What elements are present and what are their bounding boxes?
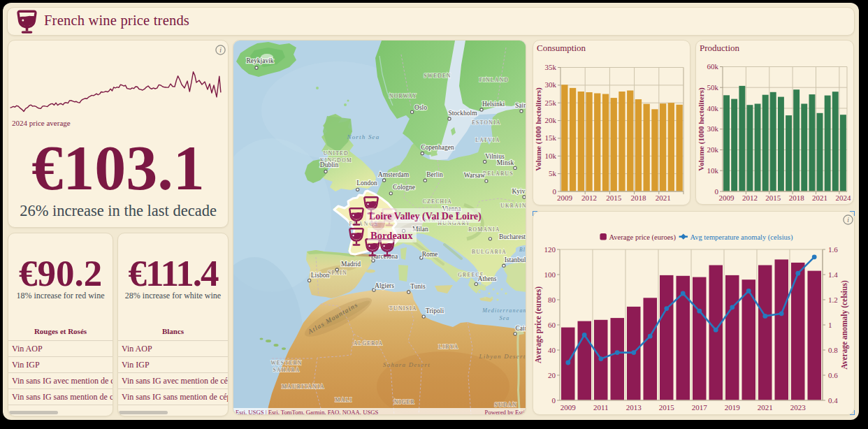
svg-text:TUNISIA: TUNISIA (389, 305, 417, 312)
svg-text:Esri, USGS | Esri, TomTom, Gar: Esri, USGS | Esri, TomTom, Garmin, FAO, … (236, 409, 379, 415)
svg-text:Average price (euroes): Average price (euroes) (534, 286, 543, 363)
svg-text:Barcelona: Barcelona (371, 253, 398, 260)
svg-text:Tunis: Tunis (410, 283, 426, 290)
svg-text:60k: 60k (707, 62, 719, 71)
svg-text:Berlin: Berlin (426, 171, 443, 178)
svg-text:Minsk: Minsk (497, 159, 514, 166)
svg-text:2009: 2009 (560, 403, 577, 412)
svg-text:i: i (847, 217, 849, 224)
svg-text:0: 0 (553, 187, 557, 196)
svg-text:2009: 2009 (557, 194, 573, 202)
svg-text:Loire Valley (Val De Loire): Loire Valley (Val De Loire) (369, 211, 482, 222)
svg-text:40: 40 (548, 346, 556, 354)
svg-text:CZECHIA: CZECHIA (423, 198, 452, 205)
svg-text:Bordeaux: Bordeaux (370, 230, 413, 241)
svg-text:Average price (euroes): Average price (euroes) (609, 233, 677, 242)
svg-text:Amsterdam: Amsterdam (378, 171, 410, 178)
svg-text:Bla: Bla (519, 247, 526, 253)
svg-text:120: 120 (544, 245, 556, 254)
svg-text:Madrid: Madrid (341, 261, 361, 268)
svg-text:15k: 15k (545, 133, 557, 142)
svg-text:Cologne: Cologne (393, 184, 415, 191)
svg-text:2012: 2012 (742, 194, 758, 202)
svg-text:30k: 30k (545, 80, 557, 89)
svg-text:Kyiv: Kyiv (512, 188, 526, 195)
svg-text:20k: 20k (545, 116, 557, 124)
svg-text:2023: 2023 (790, 403, 806, 412)
svg-text:10k: 10k (545, 152, 557, 160)
svg-text:ALGERIA: ALGERIA (354, 340, 384, 347)
svg-text:25k: 25k (545, 99, 557, 107)
svg-text:Athens: Athens (478, 275, 497, 282)
svg-text:Libyan Desert: Libyan Desert (479, 353, 526, 360)
svg-text:Copenhagen: Copenhagen (421, 144, 454, 151)
svg-text:40k: 40k (707, 104, 719, 112)
svg-text:MALI: MALI (335, 397, 353, 403)
svg-text:2015: 2015 (659, 403, 675, 412)
svg-text:NIGER: NIGER (394, 399, 415, 405)
svg-text:Volume (1000 hectoliters): Volume (1000 hectoliters) (534, 87, 543, 171)
svg-text:2017: 2017 (692, 403, 708, 412)
svg-text:0: 0 (715, 187, 719, 196)
svg-text:UNITED: UNITED (324, 150, 349, 157)
svg-text:LIBYA: LIBYA (438, 344, 458, 350)
svg-text:80: 80 (548, 296, 556, 304)
svg-text:60: 60 (548, 321, 556, 329)
svg-text:50k: 50k (707, 83, 719, 92)
svg-text:Lisbon: Lisbon (311, 272, 330, 279)
svg-text:Mediterranean: Mediterranean (482, 307, 526, 314)
svg-text:Powered by Esri: Powered by Esri (485, 409, 526, 415)
svg-text:WESTERN: WESTERN (270, 360, 302, 366)
svg-text:London: London (356, 180, 377, 187)
svg-text:5k: 5k (549, 169, 557, 177)
svg-text:1.6: 1.6 (828, 245, 838, 254)
svg-text:2013: 2013 (626, 403, 642, 412)
svg-text:0.8: 0.8 (828, 346, 838, 354)
svg-text:BULGARIA: BULGARIA (472, 249, 507, 255)
svg-text:2024: 2024 (835, 194, 851, 202)
svg-text:Sea: Sea (499, 315, 509, 321)
svg-text:North Sea: North Sea (346, 133, 379, 140)
svg-text:Oslo: Oslo (414, 104, 427, 111)
svg-text:2015: 2015 (765, 194, 781, 202)
svg-text:Reykjavik: Reykjavik (246, 57, 273, 64)
svg-text:ROMANIA: ROMANIA (468, 226, 500, 233)
svg-text:SAHARA: SAHARA (273, 367, 300, 373)
svg-text:10k: 10k (707, 166, 719, 175)
svg-text:2021: 2021 (656, 194, 671, 202)
svg-text:FINLAND: FINLAND (479, 77, 509, 83)
svg-text:0.6: 0.6 (828, 371, 838, 379)
svg-text:Bucharest: Bucharest (499, 233, 526, 240)
svg-text:2021: 2021 (812, 194, 827, 202)
svg-text:0.4: 0.4 (828, 396, 838, 405)
svg-text:2019: 2019 (725, 403, 741, 412)
svg-text:Istanbul: Istanbul (505, 256, 526, 263)
svg-text:2011: 2011 (593, 403, 609, 412)
svg-text:ESTONIA: ESTONIA (472, 119, 501, 126)
svg-text:Warsaw: Warsaw (464, 172, 485, 179)
svg-text:1.2: 1.2 (828, 296, 838, 304)
svg-text:2018: 2018 (631, 194, 647, 202)
svg-text:Saint P: Saint P (515, 102, 526, 109)
svg-text:2009: 2009 (719, 194, 735, 202)
svg-text:Tripoli: Tripoli (426, 307, 444, 314)
svg-text:20: 20 (548, 371, 556, 379)
svg-text:BELARUS: BELARUS (483, 170, 514, 177)
svg-text:Average anomaly (celsius): Average anomaly (celsius) (840, 280, 849, 370)
svg-text:Algiers: Algiers (375, 282, 394, 289)
svg-text:MAURITANIA: MAURITANIA (282, 384, 325, 390)
svg-text:100: 100 (544, 270, 556, 279)
svg-text:SWEDEN: SWEDEN (424, 73, 451, 79)
svg-text:LATVIA: LATVIA (475, 137, 500, 143)
svg-text:Cairo: Cairo (515, 325, 526, 332)
svg-text:NORWAY: NORWAY (389, 93, 417, 99)
svg-text:1: 1 (828, 321, 832, 329)
svg-text:Helsinki: Helsinki (482, 101, 505, 108)
svg-text:35k: 35k (545, 63, 557, 71)
svg-text:Rome: Rome (422, 251, 438, 258)
svg-text:20k: 20k (707, 145, 719, 154)
svg-text:UKRAINE: UKRAINE (500, 203, 526, 209)
svg-text:2012: 2012 (581, 194, 597, 202)
svg-text:i: i (219, 47, 222, 54)
svg-text:Avg temperature anomaly (celsi: Avg temperature anomaly (celsius) (690, 233, 793, 242)
